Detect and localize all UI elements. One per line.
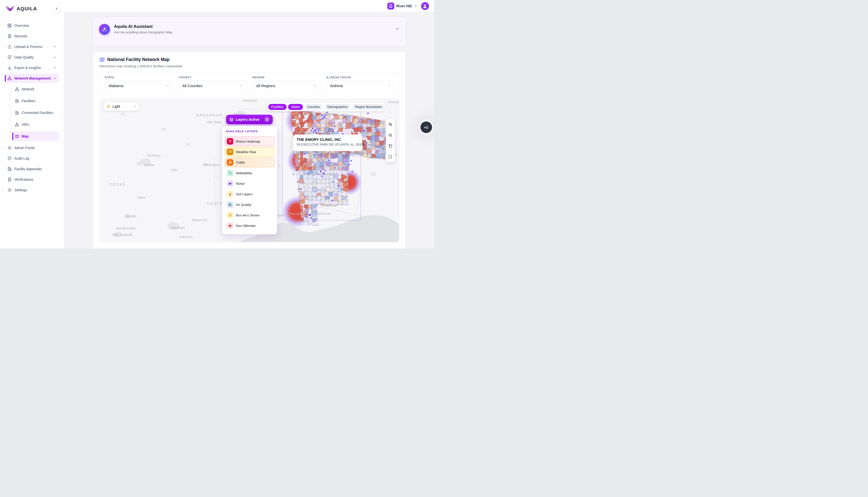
facility-dot[interactable] xyxy=(307,208,309,210)
floating-widget-button[interactable] xyxy=(420,122,432,133)
facility-dot[interactable] xyxy=(315,163,317,165)
sidebar-item-overview[interactable]: Overview xyxy=(5,21,59,30)
facility-dot[interactable] xyxy=(335,193,337,195)
sidebar-subitem-hies[interactable]: HIEs xyxy=(12,119,59,129)
sidebar-item-verifications[interactable]: Verifications xyxy=(5,175,59,184)
facility-dot[interactable] xyxy=(350,160,352,162)
sidebar-item-admin-portal[interactable]: Admin Portal xyxy=(5,143,59,153)
layer-air-quality[interactable]: Air Quality xyxy=(225,200,275,209)
facility-dot[interactable] xyxy=(313,131,315,133)
facility-dot[interactable] xyxy=(304,153,306,155)
sidebar-subitem-facilities[interactable]: Facilities xyxy=(12,96,59,106)
filter-select-state[interactable]: Alabama xyxy=(105,81,172,90)
facility-dot[interactable] xyxy=(320,170,322,173)
facility-dot[interactable] xyxy=(345,160,347,163)
layer-soil-layers[interactable]: Soil Layers xyxy=(225,189,275,199)
facility-dot[interactable] xyxy=(297,181,299,183)
facility-dot[interactable] xyxy=(293,173,294,175)
facility-dot[interactable] xyxy=(304,196,306,198)
filter-select-illness-focus[interactable]: Asthma xyxy=(326,81,394,90)
layer-walkability[interactable]: Walkability xyxy=(225,168,275,178)
facility-dot[interactable] xyxy=(321,118,323,120)
facility-dot[interactable] xyxy=(344,168,346,170)
sidebar-subitem-network[interactable]: Network xyxy=(12,84,59,94)
facility-dot[interactable] xyxy=(321,175,323,177)
facility-dot[interactable] xyxy=(324,169,326,171)
facility-dot[interactable] xyxy=(337,130,339,132)
sidebar-item-export-insights[interactable]: Export & Insights xyxy=(5,63,59,73)
filter-label: REGION xyxy=(252,76,320,79)
sidebar-item-facility-approvals[interactable]: Facility Approvals xyxy=(5,164,59,174)
layers-active-button[interactable]: Layers Active 3 xyxy=(226,115,273,124)
zoom-out-button[interactable] xyxy=(386,130,395,141)
facility-dot[interactable] xyxy=(337,184,340,187)
ai-assistant-banner[interactable]: Aquila AI Assistant Ask me anything abou… xyxy=(93,17,406,46)
facility-dot[interactable] xyxy=(321,114,323,116)
sidebar-item-audit-log[interactable]: Audit Log xyxy=(5,154,59,163)
facility-dot[interactable] xyxy=(314,126,316,128)
facility-dot[interactable] xyxy=(319,122,321,124)
facility-dot[interactable] xyxy=(334,167,336,169)
sidebar-item-network-management[interactable]: Network Management xyxy=(5,73,59,83)
facility-dot[interactable] xyxy=(325,115,327,117)
facility-dot[interactable] xyxy=(308,213,311,216)
sidebar-item-records[interactable]: Records xyxy=(5,31,59,41)
facility-dot[interactable] xyxy=(310,217,312,219)
facility-dot[interactable] xyxy=(340,188,342,190)
facility-dot[interactable] xyxy=(317,173,319,175)
filter-select-county[interactable]: All Counties xyxy=(179,81,247,90)
reset-view-button[interactable] xyxy=(386,141,395,151)
facility-dot[interactable] xyxy=(347,173,349,175)
facility-dot[interactable] xyxy=(300,188,302,190)
fullscreen-button[interactable] xyxy=(386,151,395,162)
layer-traffic[interactable]: Traffic xyxy=(225,158,275,167)
facility-dot[interactable] xyxy=(310,129,312,131)
facility-dot[interactable] xyxy=(326,111,328,113)
org-switcher[interactable]: River HIE xyxy=(387,2,417,10)
facility-dot[interactable] xyxy=(311,127,314,129)
facility-dot[interactable] xyxy=(334,125,336,128)
layer-buc-ee-s-stores[interactable]: Buc-ee's Stores xyxy=(225,210,275,220)
chevron-down-icon[interactable] xyxy=(395,26,400,31)
basemap-style-select[interactable]: Light xyxy=(104,102,139,111)
sidebar-item-data-quality[interactable]: Data Quality xyxy=(5,53,59,62)
facility-dot[interactable] xyxy=(299,154,301,156)
facility-dot[interactable] xyxy=(365,142,368,144)
sidebar-subitem-connected-facilities[interactable]: Connected Facilities xyxy=(12,108,59,118)
facility-dot[interactable] xyxy=(295,161,297,163)
facility-dot[interactable] xyxy=(315,131,318,134)
facility-dot[interactable] xyxy=(367,112,369,114)
facility-dot[interactable] xyxy=(305,215,307,218)
facility-dot[interactable] xyxy=(330,122,332,124)
facility-dot[interactable] xyxy=(339,180,341,182)
toggle-states[interactable]: States xyxy=(288,104,303,110)
facility-dot[interactable] xyxy=(328,159,330,161)
facility-dot[interactable] xyxy=(318,130,320,132)
sidebar-item-upload-process[interactable]: Upload & Process xyxy=(5,42,59,52)
layer-sex-offender[interactable]: Sex Offender xyxy=(225,221,275,230)
filter-select-region[interactable]: All Regions xyxy=(252,81,320,90)
layer-noise[interactable]: Noise xyxy=(225,179,275,188)
map-viewport[interactable]: TEXASARKANSASLOUISIANAMISSISSIPPIALABAMA… xyxy=(99,98,399,242)
facility-dot[interactable] xyxy=(362,129,365,132)
facility-dot[interactable] xyxy=(348,164,350,166)
user-avatar[interactable] xyxy=(421,2,429,10)
facility-dot[interactable] xyxy=(316,128,318,130)
facility-dot[interactable] xyxy=(351,171,353,173)
facility-dot[interactable] xyxy=(322,172,325,175)
sidebar-collapse-button[interactable] xyxy=(52,4,61,13)
facility-dot[interactable] xyxy=(306,211,308,213)
facility-dot[interactable] xyxy=(360,118,362,120)
toggle-demographics[interactable]: Demographics xyxy=(324,104,351,110)
facility-dot[interactable] xyxy=(331,200,334,202)
toggle-region-boundaries[interactable]: Region Boundaries xyxy=(352,104,385,110)
sidebar-item-settings[interactable]: Settings xyxy=(5,185,59,195)
facility-dot[interactable] xyxy=(325,118,327,119)
layer-illness-heatmap[interactable]: Illness Heatmap xyxy=(225,137,275,146)
toggle-facilities[interactable]: Facilities xyxy=(268,104,286,110)
sidebar-subitem-map[interactable]: Map xyxy=(12,131,59,141)
toggle-counties[interactable]: Counties xyxy=(304,104,323,110)
facility-dot[interactable] xyxy=(332,181,334,183)
layer-weather-risk[interactable]: Weather Risk xyxy=(225,147,275,157)
zoom-in-button[interactable] xyxy=(386,119,395,130)
